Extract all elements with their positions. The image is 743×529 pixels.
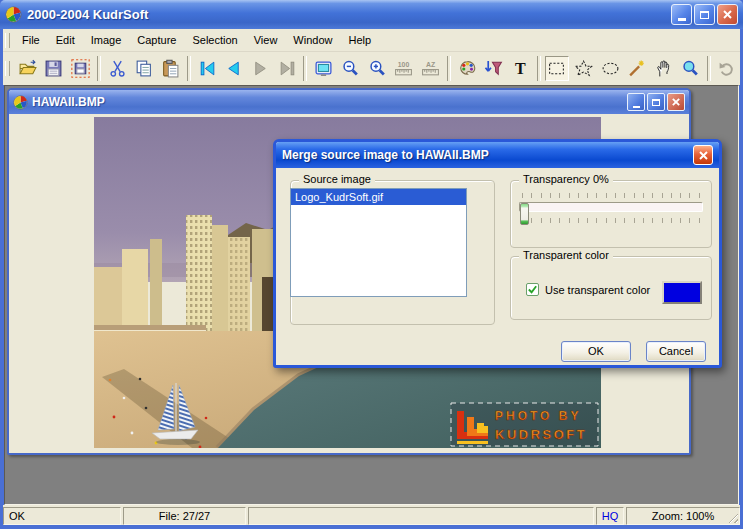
select-rectangle-button[interactable] <box>545 56 570 81</box>
menubar: File Edit Image Capture Selection View W… <box>3 29 740 52</box>
menu-image[interactable]: Image <box>83 31 130 49</box>
minimize-button[interactable] <box>671 4 692 25</box>
toolbar-separator <box>303 56 307 81</box>
menu-help[interactable]: Help <box>340 31 379 49</box>
image-window-titlebar: HAWAII.BMP <box>9 90 689 114</box>
main-titlebar: 2000-2004 KudrSoft <box>0 0 743 29</box>
ok-button[interactable]: OK <box>561 341 631 362</box>
slider-ticks-top <box>522 193 700 198</box>
ruler-100-icon: 100 <box>394 59 413 78</box>
text-tool-icon: T <box>515 61 526 77</box>
save-frame-button[interactable] <box>68 56 93 81</box>
last-image-button[interactable] <box>275 56 300 81</box>
transparency-group: Transparency 0% <box>510 180 712 248</box>
menu-edit[interactable]: Edit <box>48 31 83 49</box>
window-title: 2000-2004 KudrSoft <box>27 7 671 22</box>
status-zoom-text: Zoom: 100% <box>652 510 714 522</box>
list-item[interactable]: Logo_KudrSoft.gif <box>291 189 466 205</box>
slider-ticks-bottom <box>522 218 700 223</box>
filter-button[interactable] <box>481 56 506 81</box>
last-icon <box>278 59 297 78</box>
status-message: OK <box>3 507 121 525</box>
zoom-out-button[interactable] <box>338 56 363 81</box>
cut-button[interactable] <box>105 56 130 81</box>
next-image-button[interactable] <box>248 56 273 81</box>
select-polygon-icon <box>574 59 593 78</box>
save-frame-icon <box>71 59 90 78</box>
menu-window[interactable]: Window <box>285 31 340 49</box>
toolbar: 100 AZ <box>3 52 740 85</box>
toolbar-separator <box>537 56 541 81</box>
undo-button[interactable] <box>715 56 740 81</box>
ruler-az-icon: AZ <box>421 59 440 78</box>
zoom-in-button[interactable] <box>365 56 390 81</box>
merge-dialog-title: Merge source image to HAWAII.BMP <box>282 148 693 162</box>
pan-hand-button[interactable] <box>651 56 676 81</box>
select-polygon-button[interactable] <box>571 56 596 81</box>
merge-dialog-titlebar: Merge source image to HAWAII.BMP <box>276 142 719 168</box>
menubar-grip[interactable] <box>5 33 10 48</box>
paste-button[interactable] <box>158 56 183 81</box>
transparency-slider[interactable] <box>517 193 705 237</box>
zoom-in-icon <box>368 59 387 78</box>
save-button[interactable] <box>42 56 67 81</box>
maximize-icon <box>652 99 660 106</box>
minimize-icon <box>633 106 640 108</box>
source-image-group-label: Source image <box>299 173 375 185</box>
close-icon <box>722 9 733 20</box>
menu-selection[interactable]: Selection <box>184 31 245 49</box>
toolbar-separator <box>707 56 711 81</box>
minimize-icon <box>678 18 686 21</box>
magic-wand-button[interactable] <box>625 56 650 81</box>
menu-file[interactable]: File <box>14 31 48 49</box>
check-icon <box>527 284 538 295</box>
undo-icon <box>717 59 736 78</box>
palette-button[interactable] <box>455 56 480 81</box>
first-image-button[interactable] <box>195 56 220 81</box>
paste-icon <box>161 59 180 78</box>
transparent-color-group: Transparent color Use transparent color <box>510 256 712 320</box>
slider-thumb[interactable] <box>520 203 529 225</box>
menu-capture[interactable]: Capture <box>129 31 184 49</box>
text-tool-button[interactable]: T <box>508 56 533 81</box>
screen-capture-button[interactable] <box>311 56 336 81</box>
svg-text:PHOTO BY: PHOTO BY <box>495 409 581 423</box>
source-image-list[interactable]: Logo_KudrSoft.gif <box>290 188 467 297</box>
ruler-100-button[interactable]: 100 <box>391 56 416 81</box>
next-icon <box>251 59 270 78</box>
ruler-az-button[interactable]: AZ <box>418 56 443 81</box>
toolbar-separator <box>187 56 191 81</box>
open-button[interactable] <box>15 56 40 81</box>
use-transparent-color-label: Use transparent color <box>545 284 650 296</box>
merge-dialog-body: Source image Logo_KudrSoft.gif Transpare… <box>276 168 719 365</box>
application-window: 2000-2004 KudrSoft File Edit Image Captu… <box>0 0 743 529</box>
zoom-tool-icon <box>681 59 700 78</box>
image-maximize-button[interactable] <box>647 93 665 111</box>
select-rectangle-icon <box>547 59 566 78</box>
filter-icon <box>484 59 503 78</box>
select-ellipse-button[interactable] <box>598 56 623 81</box>
status-spacer <box>248 507 594 525</box>
use-transparent-color-checkbox[interactable] <box>526 283 539 296</box>
pan-hand-icon <box>654 59 673 78</box>
previous-image-button[interactable] <box>221 56 246 81</box>
merge-dialog: Merge source image to HAWAII.BMP Source … <box>273 139 722 368</box>
maximize-button[interactable] <box>694 4 715 25</box>
cancel-button[interactable]: Cancel <box>646 341 706 362</box>
palette-icon <box>458 59 477 78</box>
menu-view[interactable]: View <box>246 31 286 49</box>
resize-grip[interactable] <box>726 511 738 523</box>
status-quality: HQ <box>596 507 624 525</box>
close-icon <box>671 97 681 107</box>
toolbar-grip[interactable] <box>5 61 10 76</box>
magic-wand-icon <box>627 59 646 78</box>
close-button[interactable] <box>717 4 738 25</box>
zoom-tool-button[interactable] <box>678 56 703 81</box>
slider-track[interactable] <box>519 202 703 212</box>
image-minimize-button[interactable] <box>627 93 645 111</box>
copy-button[interactable] <box>132 56 157 81</box>
dialog-close-button[interactable] <box>693 145 713 165</box>
transparent-color-swatch[interactable] <box>662 281 702 304</box>
open-icon <box>18 59 37 78</box>
image-close-button[interactable] <box>667 93 685 111</box>
